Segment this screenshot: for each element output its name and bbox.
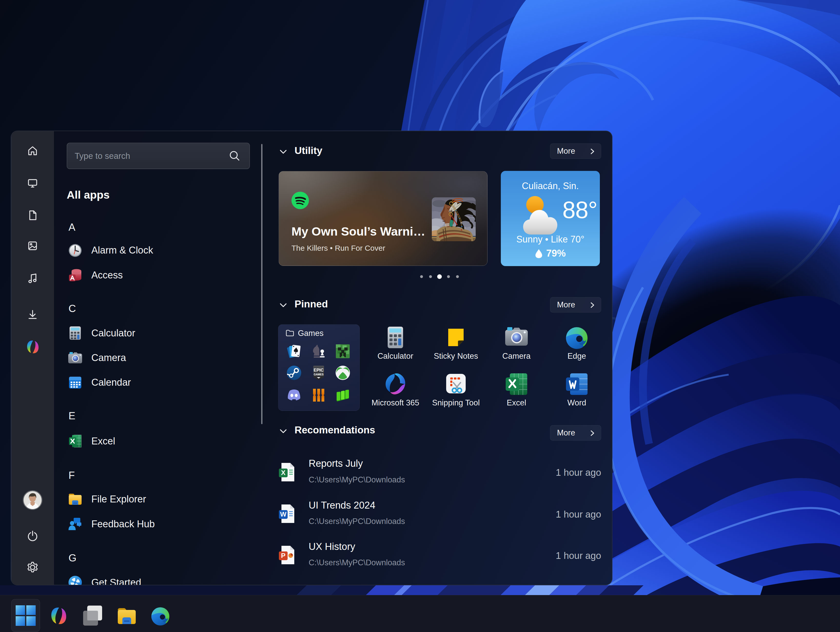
svg-text:X: X [281, 469, 286, 477]
svg-text:W: W [280, 510, 287, 518]
svg-text:EPIC: EPIC [314, 368, 324, 373]
svg-text:P: P [281, 552, 285, 559]
svg-text:GAMES: GAMES [314, 373, 324, 376]
